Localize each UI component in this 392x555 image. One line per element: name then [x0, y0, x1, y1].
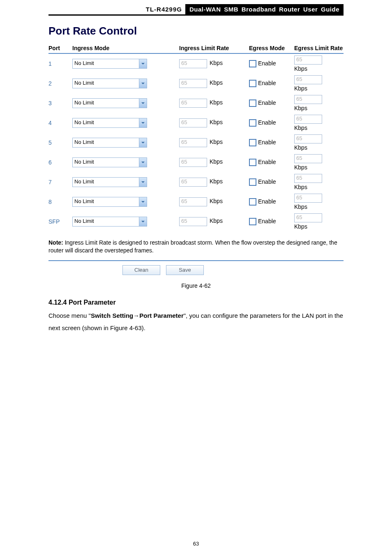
egress-rate-input[interactable]: 65 [294, 56, 322, 65]
ingress-rate-input[interactable]: 65 [179, 118, 207, 127]
egress-rate-unit: Kbps [294, 105, 344, 111]
egress-enable-label: Enable [258, 178, 276, 185]
ingress-mode-value: No Limit [73, 99, 139, 108]
ingress-rate-input[interactable]: 65 [179, 197, 207, 206]
ingress-mode-select[interactable]: No Limit [72, 59, 147, 69]
ingress-rate-unit: Kbps [207, 60, 238, 66]
ingress-rate-input[interactable]: 65 [179, 138, 207, 147]
egress-enable-checkbox[interactable] [249, 99, 256, 107]
ingress-rate-input[interactable]: 65 [179, 158, 207, 167]
body-text-pre: Choose menu " [48, 312, 91, 319]
save-button[interactable]: Save [166, 265, 204, 275]
egress-enable-checkbox[interactable] [249, 159, 256, 166]
egress-rate-unit: Kbps [294, 125, 344, 131]
ingress-rate-unit: Kbps [207, 178, 238, 185]
port-cell: 2 [48, 80, 72, 87]
ingress-rate-input[interactable]: 65 [179, 178, 207, 187]
chevron-down-icon[interactable] [139, 79, 147, 88]
page-number: 63 [0, 541, 392, 547]
egress-rate-input[interactable]: 65 [294, 134, 322, 143]
egress-enable-checkbox[interactable] [249, 119, 256, 127]
col-ingress-mode-header: Ingress Mode [72, 45, 179, 51]
ingress-mode-value: No Limit [73, 217, 139, 226]
col-egress-mode-header: Egress Mode [249, 45, 294, 51]
egress-rate-input[interactable]: 65 [294, 174, 322, 183]
egress-enable-label: Enable [258, 99, 276, 106]
ingress-rate-input[interactable]: 65 [179, 59, 207, 68]
section-title: Port Rate Control [48, 25, 344, 37]
ingress-mode-value: No Limit [73, 158, 139, 167]
chevron-down-icon[interactable] [139, 158, 147, 167]
ingress-mode-select[interactable]: No Limit [72, 197, 147, 207]
egress-rate-input[interactable]: 65 [294, 75, 322, 84]
col-ingress-rate-header: Ingress Limit Rate [179, 45, 249, 51]
port-cell: 1 [48, 60, 72, 67]
clean-button[interactable]: Clean [122, 265, 160, 275]
ingress-rate-unit: Kbps [207, 99, 238, 106]
port-cell: SFP [48, 218, 72, 225]
body-paragraph: Choose menu "Switch Setting→Port Paramet… [48, 310, 344, 334]
egress-enable-label: Enable [258, 80, 276, 86]
chevron-down-icon[interactable] [139, 138, 147, 147]
egress-rate-input[interactable]: 65 [294, 95, 322, 104]
table-row: SFPNo Limit65KbpsEnable65Kbps [48, 212, 344, 231]
ingress-rate-input[interactable]: 65 [179, 217, 207, 226]
table-row: 2No Limit65KbpsEnable65Kbps [48, 74, 344, 93]
note-text: Note: Ingress Limit Rate is designed to … [48, 239, 344, 254]
ingress-mode-value: No Limit [73, 59, 139, 68]
chevron-down-icon[interactable] [139, 59, 147, 68]
ingress-rate-input[interactable]: 65 [179, 99, 207, 108]
body-bold-port-parameter: Port Parameter [139, 312, 184, 319]
egress-enable-checkbox[interactable] [249, 218, 256, 225]
chevron-down-icon[interactable] [139, 99, 147, 108]
ingress-mode-select[interactable]: No Limit [72, 79, 147, 88]
egress-enable-label: Enable [258, 218, 276, 224]
chevron-down-icon[interactable] [139, 197, 147, 206]
ingress-rate-unit: Kbps [207, 217, 238, 224]
subsection-heading: 4.12.4 Port Parameter [48, 299, 344, 306]
ingress-mode-value: No Limit [73, 118, 139, 127]
body-bold-switch-setting: Switch Setting [91, 312, 133, 319]
ingress-rate-unit: Kbps [207, 119, 238, 125]
ingress-mode-select[interactable]: No Limit [72, 98, 147, 108]
table-header: Port Ingress Mode Ingress Limit Rate Egr… [48, 45, 344, 54]
port-cell: 8 [48, 199, 72, 205]
egress-rate-unit: Kbps [294, 144, 344, 151]
port-cell: 5 [48, 139, 72, 146]
egress-rate-unit: Kbps [294, 85, 344, 92]
ingress-rate-input[interactable]: 65 [179, 79, 207, 88]
ingress-mode-value: No Limit [73, 138, 139, 147]
ingress-mode-select[interactable]: No Limit [72, 217, 147, 227]
ingress-mode-select[interactable]: No Limit [72, 118, 147, 128]
ingress-rate-unit: Kbps [207, 158, 238, 165]
port-cell: 4 [48, 120, 72, 126]
ingress-rate-unit: Kbps [207, 198, 238, 204]
table-row: 5No Limit65KbpsEnable65Kbps [48, 133, 344, 153]
table-row: 8No Limit65KbpsEnable65Kbps [48, 192, 344, 212]
egress-enable-checkbox[interactable] [249, 198, 256, 206]
ingress-mode-select[interactable]: No Limit [72, 138, 147, 148]
egress-enable-checkbox[interactable] [249, 80, 256, 87]
guide-title: Dual-WAN SMB Broadband Router User Guide [185, 4, 344, 14]
ingress-mode-select[interactable]: No Limit [72, 157, 147, 167]
chevron-down-icon[interactable] [139, 178, 147, 187]
egress-rate-input[interactable]: 65 [294, 194, 322, 203]
port-cell: 3 [48, 100, 72, 106]
ingress-rate-unit: Kbps [207, 139, 238, 145]
egress-rate-unit: Kbps [294, 65, 344, 72]
chevron-down-icon[interactable] [139, 118, 147, 127]
col-egress-rate-header: Egress Limit Rate [294, 45, 344, 51]
egress-rate-unit: Kbps [294, 223, 344, 230]
egress-enable-label: Enable [258, 139, 276, 146]
ingress-mode-select[interactable]: No Limit [72, 177, 147, 187]
egress-enable-checkbox[interactable] [249, 60, 256, 67]
egress-enable-checkbox[interactable] [249, 178, 256, 186]
chevron-down-icon[interactable] [139, 217, 147, 226]
egress-rate-input[interactable]: 65 [294, 154, 322, 163]
ingress-mode-value: No Limit [73, 178, 139, 187]
egress-enable-checkbox[interactable] [249, 139, 256, 146]
egress-enable-label: Enable [258, 119, 276, 126]
egress-rate-input[interactable]: 65 [294, 213, 322, 222]
egress-enable-label: Enable [258, 198, 276, 205]
egress-rate-input[interactable]: 65 [294, 115, 322, 124]
